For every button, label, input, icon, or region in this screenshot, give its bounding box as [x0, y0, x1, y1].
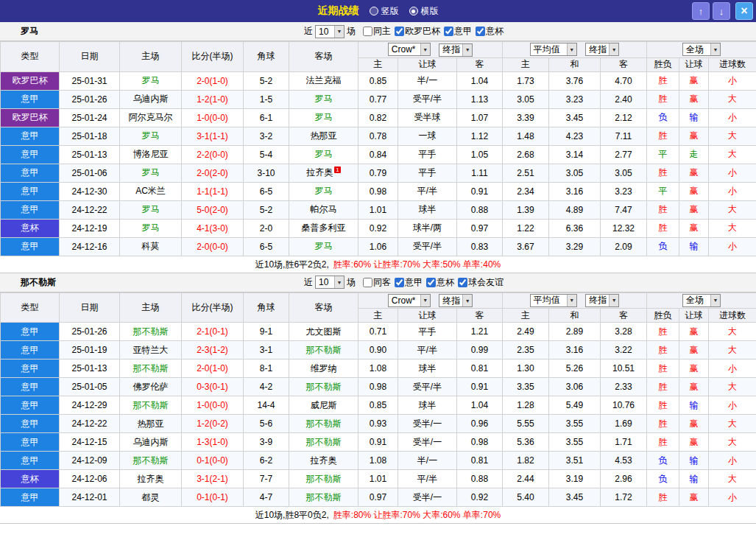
away-team: 法兰克福 [289, 71, 358, 90]
league-badge: 欧罗巴杯 [1, 71, 60, 90]
result-winloss: 平 [647, 145, 679, 164]
avg-away: 10.51 [601, 360, 647, 378]
home-team: 博洛尼亚 [120, 145, 182, 164]
odds-handicap: 球半 [398, 360, 457, 378]
result-handicap: 赢 [679, 200, 709, 219]
fulltime-select[interactable]: 全场▼ [682, 43, 721, 56]
result-winloss: 胜 [647, 396, 679, 415]
final-index-select[interactable]: 终指▼ [585, 43, 619, 56]
avg-home: 1.48 [503, 127, 549, 145]
match-score: 2-2(0-0) [182, 145, 244, 164]
odds-source-select[interactable]: Crow*▼ [388, 294, 431, 307]
checkbox-input [476, 27, 485, 36]
col-header-type: 类型 [1, 42, 60, 72]
close-button[interactable]: × [735, 2, 753, 20]
final-index-select[interactable]: 终指▼ [439, 294, 473, 307]
chevron-down-icon: ▼ [420, 295, 430, 306]
average-select[interactable]: 平均值▼ [530, 43, 577, 56]
odds-away: 1.04 [457, 396, 503, 415]
odds-handicap: 平手 [398, 145, 457, 164]
odds-source-select[interactable]: Crow*▼ [388, 43, 431, 56]
filter-controls: 近 10 ▼ 场 同客 意甲 意杯 球会友谊 [252, 276, 504, 289]
fulltime-select[interactable]: 全场▼ [682, 294, 721, 307]
league-filter-checkbox[interactable]: 意杯 [425, 276, 454, 289]
match-score: 2-0(0-0) [182, 237, 244, 256]
league-filter-checkbox[interactable]: 意甲 [393, 276, 423, 289]
away-team: 尤文图斯 [289, 323, 358, 341]
result-winloss: 胜 [647, 323, 679, 341]
avg-home: 2.44 [503, 470, 549, 488]
odds-handicap: 半/一 [398, 71, 457, 90]
league-filter-label: 意甲 [454, 25, 472, 38]
move-up-button[interactable]: ↑ [692, 2, 710, 20]
radio-vertical-label: 竖版 [381, 5, 399, 18]
result-goals: 小 [709, 71, 756, 90]
checkbox-input [458, 278, 467, 287]
match-row: 意甲25-01-18罗马3-1(1-1)3-2热那亚0.78一球1.121.48… [1, 127, 756, 145]
average-select[interactable]: 平均值▼ [530, 294, 577, 307]
chevron-down-icon: ▼ [334, 26, 344, 38]
odds-handicap: 受半/一 [398, 415, 457, 433]
league-badge: 意甲 [1, 323, 60, 341]
avg-home: 1.22 [503, 219, 549, 237]
result-goals: 小 [709, 164, 756, 182]
summary-prefix: 近10场,胜6平2负2, [255, 259, 329, 270]
layout-radio-vertical[interactable]: 竖版 [370, 5, 399, 18]
same-venue-checkbox[interactable]: 同客 [361, 276, 391, 289]
avg-away: 10.76 [601, 396, 647, 415]
avg-draw: 4.89 [549, 200, 601, 219]
league-filter-checkbox[interactable]: 意杯 [474, 25, 504, 38]
result-handicap: 赢 [679, 164, 709, 182]
league-filter-checkbox[interactable]: 意甲 [442, 25, 472, 38]
match-score: 3-1(2-1) [182, 470, 244, 488]
match-date: 24-12-29 [60, 396, 120, 415]
match-score: 2-0(1-0) [182, 71, 244, 90]
record-summary: 近10场,胜6平2负2,胜率:60% 让胜率:70% 大率:50% 单率:40% [0, 256, 756, 273]
home-team: 乌迪内斯 [120, 433, 182, 452]
final-index-select[interactable]: 终指▼ [585, 294, 619, 307]
result-goals: 小 [709, 108, 756, 127]
avg-draw: 4.23 [549, 127, 601, 145]
match-row: 意甲24-12-30AC米兰1-1(1-1)6-5罗马0.98平/半0.912.… [1, 182, 756, 200]
away-team: 罗马 [289, 145, 358, 164]
match-date: 25-01-18 [60, 127, 120, 145]
odds-home: 0.93 [358, 415, 398, 433]
league-filter-checkbox[interactable]: 欧罗巴杯 [393, 25, 440, 38]
result-handicap: 赢 [679, 488, 709, 507]
same-venue-checkbox[interactable]: 同主 [361, 25, 391, 38]
league-badge: 意甲 [1, 164, 60, 182]
avg-home: 5.40 [503, 488, 549, 507]
avg-away: 1.69 [601, 415, 647, 433]
chevron-down-icon: ▼ [710, 43, 720, 55]
match-count-select[interactable]: 10 ▼ [315, 25, 345, 38]
match-date: 25-01-13 [60, 145, 120, 164]
match-count-select[interactable]: 10 ▼ [315, 276, 345, 289]
col-header-score: 比分(半场) [182, 42, 244, 72]
match-count-value: 10 [319, 27, 328, 37]
move-down-button[interactable]: ↓ [713, 2, 730, 20]
col-header-avg-home: 主 [503, 309, 549, 323]
final-index-select[interactable]: 终指▼ [439, 43, 473, 57]
home-team: 都灵 [120, 488, 182, 507]
match-score: 1-2(0-2) [182, 415, 244, 433]
match-score: 0-1(0-0) [182, 452, 244, 470]
result-winloss: 负 [647, 237, 679, 256]
match-row: 意甲25-01-13那不勒斯2-0(1-0)8-1维罗纳1.08球半0.811.… [1, 360, 756, 378]
result-goals: 小 [709, 396, 756, 415]
col-header-date: 日期 [60, 42, 120, 72]
result-handicap: 输 [679, 237, 709, 256]
result-handicap: 赢 [679, 323, 709, 341]
result-winloss: 胜 [647, 219, 679, 237]
col-header-odds-handicap: 让球 [398, 309, 457, 323]
league-badge: 意甲 [1, 488, 60, 507]
summary-prefix: 近10场,胜8平0负2, [255, 510, 329, 520]
league-badge: 意甲 [1, 433, 60, 452]
col-header-odds-handicap: 让球 [398, 57, 457, 71]
chevron-down-icon: ▼ [420, 43, 430, 55]
chevron-down-icon: ▼ [334, 276, 344, 288]
avg-home: 1.28 [503, 396, 549, 415]
table-header-row: 类型 日期 主场 比分(半场) 角球 客场 Crow*▼ 终指▼ 平均值▼ 终指… [1, 292, 756, 309]
league-filter-checkbox[interactable]: 球会友谊 [456, 276, 504, 289]
layout-radio-horizontal[interactable]: 横版 [409, 5, 439, 18]
avg-away: 3.23 [601, 182, 647, 200]
